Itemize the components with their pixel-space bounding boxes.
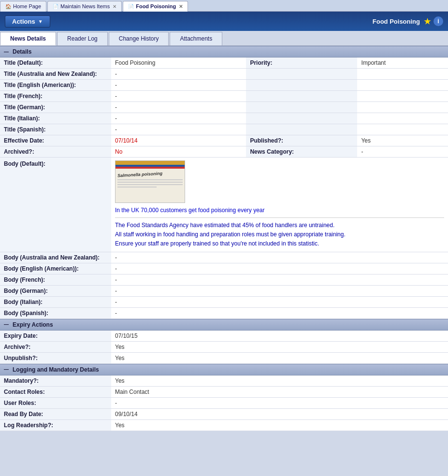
logging-collapse-icon[interactable]: — xyxy=(4,367,9,372)
title-it-label: Title (Italian): xyxy=(0,113,111,124)
title-en-value: - xyxy=(111,80,246,91)
info-icon[interactable]: i xyxy=(434,16,443,26)
table-row: User Roles: - xyxy=(0,397,448,408)
contact-roles-value: Main Contact xyxy=(111,386,395,397)
actions-bar: Actions ▼ Food Poisoning ★ i xyxy=(0,12,448,31)
title-aus-value: - xyxy=(111,69,246,80)
table-row: Unpublish?: Yes xyxy=(0,352,448,363)
unpublish-value: Yes xyxy=(111,352,379,363)
dropdown-arrow-icon: ▼ xyxy=(38,19,43,24)
body-aus-value: - xyxy=(111,252,448,263)
tab-reader-log[interactable]: Reader Log xyxy=(57,32,108,45)
log-readership-label: Log Readership?: xyxy=(0,419,111,431)
mandatory-label: Mandatory?: xyxy=(0,375,111,387)
tab-change-history[interactable]: Change History xyxy=(109,32,169,45)
title-fr-value: - xyxy=(111,91,246,102)
table-row: Expiry Date: 07/10/15 xyxy=(0,331,448,342)
title-fr-label: Title (French): xyxy=(0,91,111,102)
favorite-star-icon[interactable]: ★ xyxy=(424,17,431,26)
body-text-content: The Food Standards Agency have estimated… xyxy=(115,221,444,249)
actions-title-area: Food Poisoning ★ i xyxy=(373,16,443,26)
news-category-label: News Category: xyxy=(246,146,357,158)
tab-home[interactable]: 🏠 Home Page xyxy=(0,1,46,12)
tab-food-poisoning[interactable]: 📄 Food Poisoning ✕ xyxy=(123,1,188,12)
title-de-label: Title (German): xyxy=(0,102,111,113)
table-row: Title (German): - xyxy=(0,102,448,113)
title-it-value: - xyxy=(111,113,246,124)
table-row: Contact Roles: Main Contact xyxy=(0,386,448,397)
tab-maintain-close[interactable]: ✕ xyxy=(113,4,116,9)
table-row: Body (German): - xyxy=(0,285,448,296)
priority-label: Priority: xyxy=(246,58,357,69)
table-row: Title (Default): Food Poisoning Priority… xyxy=(0,58,448,69)
table-row: Title (Italian): - xyxy=(0,113,448,124)
table-row: Body (Italian): - xyxy=(0,296,448,307)
logging-table: Mandatory?: Yes Contact Roles: Main Cont… xyxy=(0,375,448,431)
body-image: Salmonella poisoning xyxy=(115,160,185,203)
table-row: Title (English (American)): - xyxy=(0,80,448,91)
tab-attachments[interactable]: Attachments xyxy=(170,32,222,45)
tab-food-close[interactable]: ✕ xyxy=(179,4,183,9)
page-title: Food Poisoning xyxy=(373,18,420,25)
read-by-date-value: 09/10/14 xyxy=(111,408,395,419)
expiry-table: Expiry Date: 07/10/15 Archive?: Yes Unpu… xyxy=(0,331,448,364)
table-row: Body (Australia and New Zealand): - xyxy=(0,252,448,263)
effective-date-value: 07/10/14 xyxy=(111,135,246,146)
table-row: Archived?: No News Category: - xyxy=(0,146,448,158)
body-default-content: Salmonella poisoning In the UK 70,000 cu… xyxy=(111,158,448,252)
body-headline: In the UK 70,000 customers get food pois… xyxy=(115,207,444,214)
table-row: Body (English (American)): - xyxy=(0,263,448,274)
archive-value: Yes xyxy=(111,341,379,352)
priority-value: Important xyxy=(357,58,448,69)
body-de-value: - xyxy=(111,285,448,296)
news-category-value: - xyxy=(357,146,448,158)
published-value: Yes xyxy=(357,135,448,146)
effective-date-label: Effective Date: xyxy=(0,135,111,146)
expiry-date-label: Expiry Date: xyxy=(0,331,111,342)
table-row: Body (Spanish): - xyxy=(0,307,448,318)
unpublish-label: Unpublish?: xyxy=(0,352,111,363)
title-en-label: Title (English (American)): xyxy=(0,80,111,91)
title-aus-label: Title (Australia and New Zealand): xyxy=(0,69,111,80)
body-de-label: Body (German): xyxy=(0,285,111,296)
details-section-header: — Details xyxy=(0,46,448,58)
body-en-value: - xyxy=(111,263,448,274)
body-es-value: - xyxy=(111,307,448,318)
body-fr-value: - xyxy=(111,274,448,285)
body-aus-label: Body (Australia and New Zealand): xyxy=(0,252,111,263)
actions-button[interactable]: Actions ▼ xyxy=(5,15,50,28)
archived-value: No xyxy=(111,146,246,158)
body-fr-label: Body (French): xyxy=(0,274,111,285)
archived-label: Archived?: xyxy=(0,146,111,158)
expiry-section-header: — Expiry Actions xyxy=(0,319,448,331)
body-en-label: Body (English (American)): xyxy=(0,263,111,274)
browser-tab-bar: 🏠 Home Page 📄 Maintain News Items ✕ 📄 Fo… xyxy=(0,0,448,12)
title-es-label: Title (Spanish): xyxy=(0,124,111,135)
contact-roles-label: Contact Roles: xyxy=(0,386,111,397)
table-row: Body (French): - xyxy=(0,274,448,285)
published-label: Published?: xyxy=(246,135,357,146)
read-by-date-label: Read By Date: xyxy=(0,408,111,419)
details-collapse-icon[interactable]: — xyxy=(4,49,9,55)
table-row: Title (Australia and New Zealand): - xyxy=(0,69,448,80)
title-default-value: Food Poisoning xyxy=(111,58,246,69)
title-es-value: - xyxy=(111,124,246,135)
table-row: Title (Spanish): - xyxy=(0,124,448,135)
expiry-section-title: Expiry Actions xyxy=(13,321,53,328)
table-row: Effective Date: 07/10/14 Published?: Yes xyxy=(0,135,448,146)
body-default-label: Body (Default): xyxy=(0,158,111,252)
body-es-label: Body (Spanish): xyxy=(0,307,111,318)
content-area: — Details Title (Default): Food Poisonin… xyxy=(0,46,448,431)
tab-news-details[interactable]: News Details xyxy=(0,32,56,45)
user-roles-value: - xyxy=(111,397,395,408)
table-row: Mandatory?: Yes xyxy=(0,375,448,387)
user-roles-label: User Roles: xyxy=(0,397,111,408)
table-row: Body (Default): Salmonella poisoning xyxy=(0,158,448,252)
page-icon: 📄 xyxy=(53,4,58,9)
expiry-collapse-icon[interactable]: — xyxy=(4,322,9,327)
body-it-value: - xyxy=(111,296,448,307)
logging-section-header: — Logging and Mandatory Details xyxy=(0,364,448,375)
title-de-value: - xyxy=(111,102,246,113)
archive-label: Archive?: xyxy=(0,341,111,352)
tab-maintain[interactable]: 📄 Maintain News Items ✕ xyxy=(47,1,122,12)
